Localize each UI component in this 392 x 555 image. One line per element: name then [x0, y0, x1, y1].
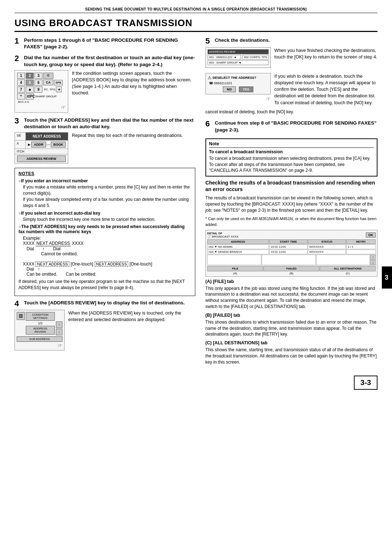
step-4-text: Touch the [ADDRESS REVIEW] key to displa…: [24, 300, 185, 308]
failed-tab-body: This shows destinations to which transmi…: [205, 319, 377, 337]
left-column: 1 Perform steps 1 through 6 of "BASIC PR…: [15, 37, 195, 368]
step-3-body: Repeat this step for each of the remaini…: [72, 132, 195, 163]
step-3-text: Touch the [NEXT ADDRESS] key and then di…: [24, 117, 195, 130]
note-cancel-body: To cancel a broadcast transmission when …: [209, 155, 374, 174]
keypad-illustration: 1 2 3 © 4 5 6 CA SPE 7 ■: [15, 70, 68, 113]
page-number-container: 3-3: [15, 376, 377, 390]
right-column: 5 Check the destinations. ADDRESS REVIEW…: [205, 37, 377, 368]
page-header: SENDING THE SAME DOCUMENT TO MULTIPLE DE…: [15, 7, 377, 13]
next-address-panel: SE NEXT ADDRESS X ▶ ADDR — BOOK ITCH: [15, 132, 68, 163]
notes-title: NOTES: [19, 171, 191, 176]
note-incorrect-autodial: ○If you select an incorrect auto-dial ke…: [19, 211, 191, 223]
note-title: Note: [209, 141, 374, 148]
step-4-body: When the [ADDRESS REVIEW] key is touched…: [68, 310, 195, 351]
note-incorrect-number: ○If you enter an incorrect number If you…: [19, 178, 191, 208]
note-cancel-box: Note To cancel a broadcast transmission …: [205, 138, 377, 177]
broadcast-check-title: Checking the results of a broadcast tran…: [205, 179, 377, 193]
step-5-num: 5: [205, 37, 212, 45]
step-5-block: 5 Check the destinations. ADDRESS REVIEW…: [205, 37, 377, 115]
header-text: SENDING THE SAME DOCUMENT TO MULTIPLE DE…: [85, 7, 307, 11]
file-tab-body: This only appears if the job was stored …: [205, 285, 377, 310]
delete-confirm-screen: ⚠ DESELECT THE ADDRESS? ☎ 0666211221 NO …: [205, 73, 271, 106]
page-number: 3-3: [354, 376, 377, 390]
detail-screen: DETAIL OF 📋 BROADCAST XXXX OK ADDRESS ST…: [205, 230, 377, 277]
step-2-num: 2: [15, 54, 21, 68]
broadcast-check-body: The results of a broadcast transmission …: [205, 195, 377, 214]
note-next-address-key: ○The [NEXT ADDRESS] key only needs to be…: [19, 224, 191, 277]
step-2-block: 2 Dial the fax number of the first desti…: [15, 54, 195, 112]
step-1-num: 1: [15, 37, 21, 50]
step-2-text: Dial the fax number of the first destina…: [24, 54, 195, 68]
yes-button[interactable]: YES: [239, 86, 253, 92]
note-operator-program: If desired, you can use the key operator…: [19, 279, 191, 291]
addr-review-panel: 🖼 CONDITIONSETTINGS 1/2 ADDRESS REVIEW ↑…: [15, 310, 65, 351]
no-button[interactable]: NO: [223, 86, 236, 92]
step-1-text: Perform steps 1 through 6 of "BASIC PROC…: [24, 37, 195, 50]
step-5-body: When you have finished checking the dest…: [274, 47, 377, 70]
step-2-body: If the condition settings screen appears…: [72, 70, 195, 113]
step-5-text: Check the destinations.: [215, 37, 270, 45]
broadcast-check-section: Checking the results of a broadcast tran…: [205, 179, 377, 365]
step-4-num: 4: [15, 300, 21, 308]
all-destinations-tab-label: (C) [ALL DESTINATIONS] tab: [205, 340, 377, 345]
all-destinations-tab-body: This shows the name, starting time, and …: [205, 347, 377, 365]
step-4-block: 4 Touch the [ADDRESS REVIEW] key to disp…: [15, 300, 195, 351]
destinations-screen: ADDRESS REVIEW 001 0666311222 ◄ 002 CORP…: [205, 47, 271, 68]
step-6-block: 6 Continue from step 8 of "BASIC PROCEDU…: [205, 120, 377, 133]
step-3-block: 3 Touch the [NEXT ADDRESS] key and then …: [15, 117, 195, 163]
file-tab-label: (A) [FILE] tab: [205, 279, 377, 284]
note-cancel-subtitle: To cancel a broadcast transmission: [209, 149, 374, 154]
failed-tab-label: (B) [FAILED] tab: [205, 313, 377, 318]
chapter-tab: 3: [382, 267, 392, 289]
page-title: USING BROADCAST TRANSMISSION: [15, 17, 377, 32]
step-3-num: 3: [15, 117, 21, 130]
ok-button[interactable]: OK: [366, 232, 376, 238]
cancel-note: cancel instead of deleting, touch the [N…: [205, 109, 377, 115]
step-6-num: 6: [205, 120, 212, 133]
step-6-text: Continue from step 8 of "BASIC PROCEDURE…: [215, 120, 377, 133]
step-5-body2: If you wish to delete a destination, tou…: [274, 73, 377, 106]
broadcast-check-note: * Can only be used on the AR-M351N/AR-M4…: [205, 216, 377, 228]
chapter-number: 3: [385, 274, 389, 281]
step-1-block: 1 Perform steps 1 through 6 of "BASIC PR…: [15, 37, 195, 50]
notes-box: NOTES ○If you enter an incorrect number …: [15, 168, 195, 296]
